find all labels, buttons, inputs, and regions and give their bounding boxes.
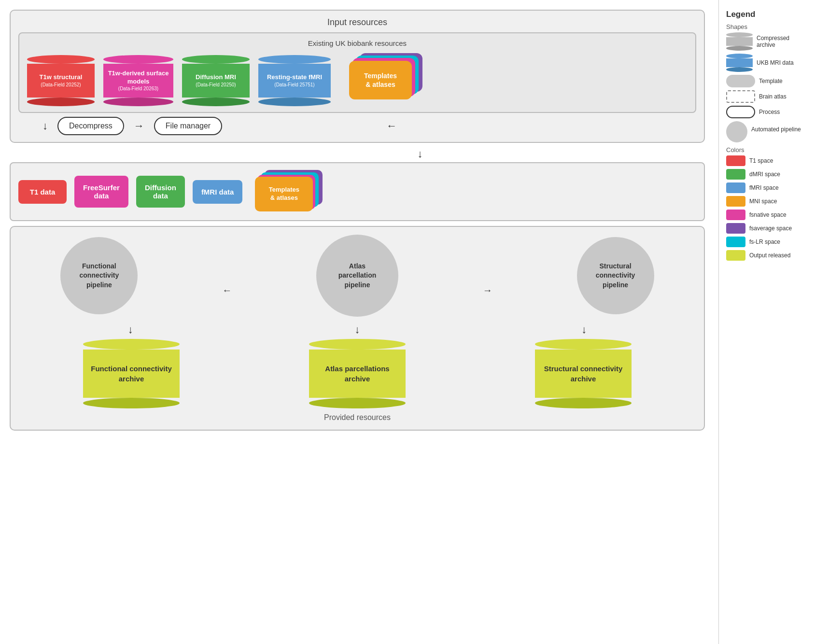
atlas-parc-archive: Atlas parcellations archive bbox=[309, 339, 406, 408]
diffusion-cylinder: Diffusion MRI (Data-Field 20250) bbox=[182, 55, 250, 106]
legend-fmri-space: fMRI space bbox=[726, 182, 808, 193]
fmri-cylinder: Resting-state fMRI (Data-Field 25751) bbox=[258, 55, 331, 106]
legend-compressed-archive: Compressed archive bbox=[726, 32, 808, 51]
file-manager-process: File manager bbox=[154, 117, 222, 135]
arrow-to-func-archive: ↓ bbox=[92, 323, 169, 336]
output-released-color bbox=[726, 250, 745, 261]
legend-fsnative-space: fsnative space bbox=[726, 210, 808, 220]
t1w-label: T1w structural bbox=[40, 73, 83, 82]
legend-mni-space: MNI space bbox=[726, 196, 808, 207]
fslr-space-color bbox=[726, 237, 745, 247]
arrow-to-filemanager: → bbox=[134, 120, 144, 132]
func-conn-archive: Functional connectivity archive bbox=[83, 339, 180, 408]
arrow-to-atlas-archive: ↓ bbox=[316, 323, 398, 336]
output-released-label: Output released bbox=[749, 252, 790, 259]
mni-space-label: MNI space bbox=[749, 198, 777, 205]
legend-auto-pipeline: Automated pipeline bbox=[726, 121, 808, 142]
templates-atlases-data-label: Templates& atlases bbox=[269, 186, 299, 202]
fmri-label: Resting-state fMRI bbox=[267, 73, 322, 82]
auto-pipeline-label: Automated pipeline bbox=[751, 126, 801, 133]
provided-resources-title: Provided resources bbox=[18, 413, 696, 422]
auto-pipeline-shape bbox=[726, 121, 747, 142]
struct-pipeline-node: Structuralconnectivitypipeline bbox=[577, 237, 654, 314]
arrow-to-data-types: ↓ bbox=[10, 148, 705, 160]
legend-fslr-space: fs-LR space bbox=[726, 237, 808, 247]
arrow-from-templates: ← bbox=[386, 120, 397, 132]
arrow-to-struct-archive: ↓ bbox=[546, 323, 623, 336]
arrow-down-decompress: ↓ bbox=[42, 120, 48, 132]
mni-space-color bbox=[726, 196, 745, 207]
brain-atlas-shape bbox=[726, 90, 755, 103]
legend-fsaverage-space: fsaverage space bbox=[726, 223, 808, 234]
process-shape bbox=[726, 106, 755, 118]
t1w-derived-cylinder: T1w-derived surface models (Data-Field 2… bbox=[103, 55, 173, 106]
shapes-label: Shapes bbox=[726, 23, 808, 30]
provided-resources-section: Functionalconnectivitypipeline ← Atlaspa… bbox=[10, 226, 705, 431]
fsaverage-space-label: fsaverage space bbox=[749, 225, 792, 232]
struct-conn-archive: Structural connectivity archive bbox=[535, 339, 632, 408]
t1w-sublabel: (Data-Field 20252) bbox=[41, 82, 81, 88]
templates-atlases-label: Templates& atlases bbox=[364, 71, 397, 89]
diffusion-data-box: Diffusiondata bbox=[136, 176, 185, 208]
ukb-mri-label: UKB MRI data bbox=[757, 59, 794, 66]
t1w-derived-label: T1w-derived surface models bbox=[106, 70, 170, 86]
arrows-between-pipelines-2: → bbox=[483, 285, 492, 296]
struct-archive-label: Structural connectivity archive bbox=[540, 364, 627, 384]
fsnative-space-color bbox=[726, 210, 745, 220]
compressed-archive-label: Compressed archive bbox=[757, 35, 808, 48]
ukb-mri-shape bbox=[726, 54, 753, 72]
atlas-parc-pipeline-col: Atlasparcellationpipeline bbox=[316, 235, 398, 317]
diffusion-label: Diffusion MRI bbox=[196, 73, 236, 82]
data-types-section: T1 data FreeSurferdata Diffusiondata fMR… bbox=[10, 162, 705, 221]
struct-conn-pipeline-col: Structuralconnectivitypipeline bbox=[577, 237, 654, 314]
freesurfer-data-box: FreeSurferdata bbox=[74, 176, 128, 208]
input-resources-title: Input resources bbox=[18, 17, 696, 28]
t1-space-color bbox=[726, 155, 745, 166]
t1w-derived-sublabel: (Data-Field 20263) bbox=[118, 85, 158, 92]
biobank-box: Existing UK biobank resources T1w struct… bbox=[18, 32, 696, 113]
legend-title: Legend bbox=[726, 10, 808, 19]
legend-t1-space: T1 space bbox=[726, 155, 808, 166]
fmri-data-box: fMRI data bbox=[193, 180, 243, 204]
func-archive-label: Functional connectivity archive bbox=[88, 364, 175, 384]
legend-ukb-mri: UKB MRI data bbox=[726, 54, 808, 72]
arrows-between-pipelines: ← bbox=[222, 285, 232, 296]
compressed-archive-shape bbox=[726, 32, 753, 51]
fmri-space-label: fMRI space bbox=[749, 184, 779, 191]
legend-panel: Legend Shapes Compressed archive UKB MRI… bbox=[718, 0, 815, 644]
t1-data-box: T1 data bbox=[18, 180, 67, 204]
process-label: Process bbox=[759, 109, 780, 115]
func-pipeline-node: Functionalconnectivitypipeline bbox=[60, 237, 138, 314]
templates-atlases-data: Templates& atlases bbox=[255, 170, 332, 213]
dmri-space-color bbox=[726, 169, 745, 180]
fslr-space-label: fs-LR space bbox=[749, 238, 780, 245]
legend-output-released: Output released bbox=[726, 250, 808, 261]
brain-atlas-label: Brain atlas bbox=[759, 93, 787, 100]
fmri-sublabel: (Data-Field 25751) bbox=[274, 82, 314, 88]
templates-atlases-input: Templates& atlases bbox=[349, 53, 429, 106]
dmri-space-label: dMRI space bbox=[749, 171, 780, 178]
func-conn-pipeline-col: Functionalconnectivitypipeline bbox=[60, 237, 138, 314]
atlas-archive-label: Atlas parcellations archive bbox=[314, 364, 401, 384]
legend-brain-atlas: Brain atlas bbox=[726, 90, 808, 103]
t1-space-label: T1 space bbox=[749, 157, 773, 164]
template-shape bbox=[726, 75, 755, 87]
diffusion-sublabel: (Data-Field 20250) bbox=[196, 82, 236, 88]
input-resources-section: Input resources Existing UK biobank reso… bbox=[10, 10, 705, 143]
t1w-cylinder: T1w structural (Data-Field 20252) bbox=[27, 55, 95, 106]
template-label: Template bbox=[759, 78, 783, 84]
legend-template: Template bbox=[726, 75, 808, 87]
legend-process: Process bbox=[726, 106, 808, 118]
fmri-space-color bbox=[726, 182, 745, 193]
atlas-pipeline-node: Atlasparcellationpipeline bbox=[316, 235, 398, 317]
decompress-process: Decompress bbox=[57, 117, 124, 135]
legend-dmri-space: dMRI space bbox=[726, 169, 808, 180]
biobank-title: Existing UK biobank resources bbox=[27, 39, 688, 47]
colors-label: Colors bbox=[726, 146, 808, 154]
fsaverage-space-color bbox=[726, 223, 745, 234]
fsnative-space-label: fsnative space bbox=[749, 211, 787, 218]
